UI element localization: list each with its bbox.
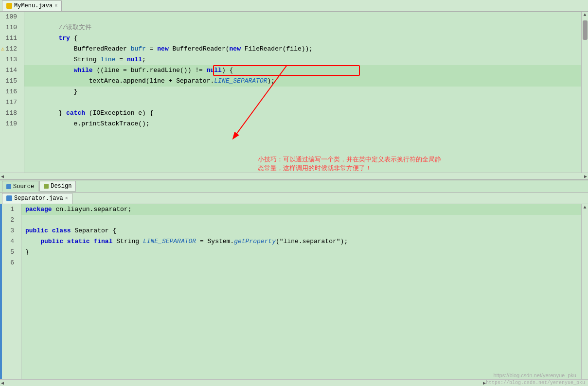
code-line-119: e.printStackTrace(); <box>24 119 581 129</box>
code-line-110: //读取文件 <box>24 22 581 33</box>
code-text-111: try { <box>28 33 77 44</box>
line-num-119: 119 <box>0 119 20 129</box>
code-text-115: textArea.append(line + Separator.LINE_SE… <box>28 76 275 87</box>
scroll-up-arrow[interactable]: ▲ <box>582 12 588 18</box>
top-scrollbar-v[interactable]: ▲ <box>581 12 588 173</box>
separator-tab-label: Separator.java <box>14 195 63 202</box>
code-text-114: while ((line = bufr.readLine()) != null)… <box>28 65 233 76</box>
code-line-111: try { <box>24 33 581 44</box>
top-code-lines: //读取文件 try { BufferedReader bufr = new B… <box>24 12 581 173</box>
source-tab-label: Source <box>13 183 34 190</box>
mymenu-tab[interactable]: MyMenu.java × <box>2 0 62 11</box>
separator-file-icon <box>6 195 12 201</box>
top-tab-bar: MyMenu.java × <box>0 0 588 12</box>
line-num-110: 110 <box>0 22 20 33</box>
b-code-text-4: public static final String LINE_SEPARATO… <box>25 236 348 247</box>
b-code-line-5: } <box>21 247 581 258</box>
line-num-118: 118 <box>0 108 20 119</box>
b-line-num-5: 5 <box>2 247 17 258</box>
b-line-num-6: 6 <box>2 258 17 268</box>
mymenu-tab-close[interactable]: × <box>54 3 57 9</box>
bottom-h-scrollbar[interactable]: ◀ ▶ https://blog.csdn.net/yerenyue_pku <box>0 379 588 386</box>
code-text-119: e.printStackTrace(); <box>28 119 150 129</box>
bottom-tab-bar: Separator.java × <box>0 193 588 204</box>
code-line-115: textArea.append(line + Separator.LINE_SE… <box>24 76 581 87</box>
source-design-tab-bar: Source Design <box>0 180 588 193</box>
code-text-116: } <box>28 87 77 97</box>
code-text-110: //读取文件 <box>28 22 91 33</box>
b-line-num-1: 1 <box>2 204 17 215</box>
tooltip-text: 小技巧：可以通过编写一个类，并在类中定义表示换行符的全局静态常量，这样调用的时候… <box>258 155 441 173</box>
b-h-scroll-left[interactable]: ◀ <box>1 380 4 386</box>
design-tab-icon <box>44 184 49 189</box>
bottom-line-numbers: 1 2 3 4 5 6 <box>2 204 21 379</box>
watermark-inline: https://blog.csdn.net/yerenyue_pku <box>486 380 585 386</box>
code-line-116: } <box>24 87 581 97</box>
tooltip-content: 小技巧：可以通过编写一个类，并在类中定义表示换行符的全局静态常量，这样调用的时候… <box>258 156 441 172</box>
line-num-115: 115 <box>0 76 20 87</box>
bottom-code-lines: package cn.liayun.separator; public clas… <box>21 204 581 379</box>
code-line-117 <box>24 97 581 108</box>
separator-tab-close[interactable]: × <box>65 196 68 201</box>
code-line-118: } catch (IOException e) { <box>24 108 581 119</box>
separator-tab[interactable]: Separator.java × <box>2 193 72 204</box>
code-text-118: } catch (IOException e) { <box>28 108 153 119</box>
b-code-text-5: } <box>25 247 29 258</box>
b-code-line-6 <box>21 258 581 268</box>
warning-icon: ⚠ <box>1 44 4 54</box>
line-num-109: 109 <box>0 12 20 22</box>
b-code-line-4: public static final String LINE_SEPARATO… <box>21 236 581 247</box>
code-text-112: BufferedReader bufr = new BufferedReader… <box>28 44 313 54</box>
source-tab-icon <box>6 184 11 189</box>
line-num-114: 114 <box>0 65 20 76</box>
design-tab-label: Design <box>51 183 71 190</box>
bottom-scrollbar-v[interactable]: ▲ <box>581 204 588 379</box>
code-line-113: String line = null; <box>24 54 581 65</box>
b-code-text-3: public class Separator { <box>25 226 116 236</box>
code-text-113: String line = null; <box>28 54 146 65</box>
h-scroll-right[interactable]: ▶ <box>584 174 587 179</box>
b-scroll-up-arrow[interactable]: ▲ <box>582 204 588 211</box>
line-num-111: 111 <box>0 33 20 44</box>
top-line-numbers: 109 110 111 ⚠ 112 113 114 115 116 117 11… <box>0 12 24 173</box>
line-num-117: 117 <box>0 97 20 108</box>
code-line-109 <box>24 12 581 22</box>
mymenu-tab-label: MyMenu.java <box>14 2 53 9</box>
top-editor-panel: MyMenu.java × 109 110 111 ⚠ 112 113 114 … <box>0 0 588 180</box>
b-code-line-2 <box>21 215 581 226</box>
b-code-line-1: package cn.liayun.separator; <box>21 204 581 215</box>
b-line-num-2: 2 <box>2 215 17 226</box>
java-file-icon <box>6 3 12 9</box>
bottom-code-area: 1 2 3 4 5 6 package cn.liayun.separator;… <box>0 204 588 379</box>
scroll-thumb[interactable] <box>583 20 588 40</box>
design-tab[interactable]: Design <box>39 181 76 192</box>
code-line-112: BufferedReader bufr = new BufferedReader… <box>24 44 581 54</box>
watermark: https://blog.csdn.net/yerenyue_pku <box>493 372 576 378</box>
b-h-scroll-track <box>5 381 482 385</box>
b-line-num-4: 4 <box>2 236 17 247</box>
b-code-line-3: public class Separator { <box>21 226 581 236</box>
line-num-116: 116 <box>0 87 20 97</box>
b-code-text-1: package cn.liayun.separator; <box>25 204 131 215</box>
top-code-area: 109 110 111 ⚠ 112 113 114 115 116 117 11… <box>0 12 588 173</box>
top-h-scrollbar[interactable]: ◀ ▶ <box>0 173 588 179</box>
h-scroll-left[interactable]: ◀ <box>1 174 4 179</box>
h-scroll-track <box>5 175 583 178</box>
source-tab[interactable]: Source <box>2 181 38 192</box>
line-num-112: ⚠ 112 <box>0 44 20 54</box>
line-num-113: 113 <box>0 54 20 65</box>
bottom-editor-panel: Separator.java × 1 2 3 4 5 6 package cn.… <box>0 193 588 386</box>
code-line-114: while ((line = bufr.readLine()) != null)… <box>24 65 581 76</box>
b-line-num-3: 3 <box>2 226 17 236</box>
